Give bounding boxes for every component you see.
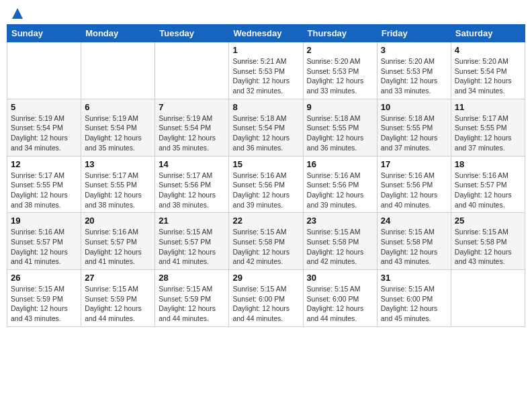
logo — [9, 7, 24, 20]
day-number: 18 — [455, 159, 521, 169]
day-number: 5 — [11, 102, 77, 112]
day-number: 22 — [232, 216, 299, 226]
day-info: Sunrise: 5:19 AMSunset: 5:54 PMDaylight:… — [85, 113, 151, 153]
day-info: Sunrise: 5:15 AMSunset: 5:59 PMDaylight:… — [85, 284, 151, 324]
day-info: Sunrise: 5:15 AMSunset: 5:58 PMDaylight:… — [307, 227, 373, 267]
day-info: Sunrise: 5:15 AMSunset: 5:58 PMDaylight:… — [381, 227, 447, 267]
day-info: Sunrise: 5:17 AMSunset: 5:55 PMDaylight:… — [11, 171, 77, 210]
calendar-header-thursday: Thursday — [303, 25, 377, 42]
day-number: 19 — [11, 216, 77, 226]
calendar-cell: 19Sunrise: 5:16 AMSunset: 5:57 PMDayligh… — [7, 213, 81, 270]
calendar-cell: 24Sunrise: 5:15 AMSunset: 5:58 PMDayligh… — [377, 213, 451, 270]
calendar-cell: 26Sunrise: 5:15 AMSunset: 5:59 PMDayligh… — [7, 270, 81, 327]
calendar-cell: 9Sunrise: 5:18 AMSunset: 5:55 PMDaylight… — [303, 99, 377, 156]
calendar-cell: 8Sunrise: 5:18 AMSunset: 5:54 PMDaylight… — [229, 99, 303, 156]
day-number: 17 — [381, 159, 447, 169]
calendar-cell: 31Sunrise: 5:15 AMSunset: 6:00 PMDayligh… — [377, 270, 451, 327]
calendar-cell: 11Sunrise: 5:17 AMSunset: 5:55 PMDayligh… — [451, 99, 525, 156]
calendar-cell: 13Sunrise: 5:17 AMSunset: 5:55 PMDayligh… — [81, 156, 155, 213]
day-info: Sunrise: 5:20 AMSunset: 5:53 PMDaylight:… — [307, 56, 373, 96]
calendar-cell: 14Sunrise: 5:17 AMSunset: 5:56 PMDayligh… — [155, 156, 229, 213]
day-number: 12 — [11, 159, 77, 169]
day-number: 28 — [159, 273, 225, 283]
day-info: Sunrise: 5:15 AMSunset: 5:58 PMDaylight:… — [455, 227, 521, 267]
calendar-cell: 30Sunrise: 5:15 AMSunset: 6:00 PMDayligh… — [303, 270, 377, 327]
day-number: 16 — [307, 159, 373, 169]
calendar-cell — [81, 42, 155, 99]
calendar-cell: 6Sunrise: 5:19 AMSunset: 5:54 PMDaylight… — [81, 99, 155, 156]
day-info: Sunrise: 5:19 AMSunset: 5:54 PMDaylight:… — [159, 113, 225, 153]
day-number: 8 — [232, 102, 299, 112]
calendar-cell: 3Sunrise: 5:20 AMSunset: 5:53 PMDaylight… — [377, 42, 451, 99]
calendar-cell: 27Sunrise: 5:15 AMSunset: 5:59 PMDayligh… — [81, 270, 155, 327]
day-info: Sunrise: 5:15 AMSunset: 5:57 PMDaylight:… — [159, 227, 225, 267]
day-info: Sunrise: 5:15 AMSunset: 5:59 PMDaylight:… — [11, 284, 77, 324]
calendar-header-wednesday: Wednesday — [229, 25, 303, 42]
day-number: 27 — [85, 273, 151, 283]
calendar-header-row: SundayMondayTuesdayWednesdayThursdayFrid… — [7, 25, 525, 42]
day-number: 6 — [85, 102, 151, 112]
calendar-cell: 21Sunrise: 5:15 AMSunset: 5:57 PMDayligh… — [155, 213, 229, 270]
day-info: Sunrise: 5:15 AMSunset: 5:59 PMDaylight:… — [159, 284, 225, 324]
day-number: 9 — [307, 102, 373, 112]
calendar-header-tuesday: Tuesday — [155, 25, 229, 42]
day-number: 10 — [381, 102, 447, 112]
day-number: 4 — [455, 45, 521, 55]
calendar-week-row: 19Sunrise: 5:16 AMSunset: 5:57 PMDayligh… — [7, 213, 525, 270]
day-number: 26 — [11, 273, 77, 283]
day-info: Sunrise: 5:19 AMSunset: 5:54 PMDaylight:… — [11, 113, 77, 153]
day-info: Sunrise: 5:20 AMSunset: 5:53 PMDaylight:… — [381, 56, 447, 96]
day-info: Sunrise: 5:16 AMSunset: 5:56 PMDaylight:… — [232, 171, 299, 210]
day-number: 14 — [159, 159, 225, 169]
day-number: 24 — [381, 216, 447, 226]
calendar-cell: 29Sunrise: 5:15 AMSunset: 6:00 PMDayligh… — [229, 270, 303, 327]
day-info: Sunrise: 5:15 AMSunset: 6:00 PMDaylight:… — [381, 284, 447, 324]
calendar-cell: 10Sunrise: 5:18 AMSunset: 5:55 PMDayligh… — [377, 99, 451, 156]
calendar-table: SundayMondayTuesdayWednesdayThursdayFrid… — [7, 24, 525, 327]
calendar-cell: 1Sunrise: 5:21 AMSunset: 5:53 PMDaylight… — [229, 42, 303, 99]
day-info: Sunrise: 5:18 AMSunset: 5:54 PMDaylight:… — [232, 113, 299, 153]
day-number: 7 — [159, 102, 225, 112]
day-number: 13 — [85, 159, 151, 169]
day-number: 2 — [307, 45, 373, 55]
day-info: Sunrise: 5:17 AMSunset: 5:55 PMDaylight:… — [85, 171, 151, 210]
day-number: 20 — [85, 216, 151, 226]
calendar-cell — [155, 42, 229, 99]
calendar-header-friday: Friday — [377, 25, 451, 42]
calendar-cell: 20Sunrise: 5:16 AMSunset: 5:57 PMDayligh… — [81, 213, 155, 270]
calendar-cell: 4Sunrise: 5:20 AMSunset: 5:54 PMDaylight… — [451, 42, 525, 99]
calendar-cell: 18Sunrise: 5:16 AMSunset: 5:57 PMDayligh… — [451, 156, 525, 213]
logo-icon — [11, 7, 24, 20]
calendar-week-row: 5Sunrise: 5:19 AMSunset: 5:54 PMDaylight… — [7, 99, 525, 156]
calendar-cell — [7, 42, 81, 99]
calendar-cell: 15Sunrise: 5:16 AMSunset: 5:56 PMDayligh… — [229, 156, 303, 213]
calendar-header-saturday: Saturday — [451, 25, 525, 42]
day-number: 30 — [307, 273, 373, 283]
calendar-cell: 5Sunrise: 5:19 AMSunset: 5:54 PMDaylight… — [7, 99, 81, 156]
day-info: Sunrise: 5:20 AMSunset: 5:54 PMDaylight:… — [455, 56, 521, 96]
day-info: Sunrise: 5:16 AMSunset: 5:56 PMDaylight:… — [381, 171, 447, 210]
svg-marker-0 — [12, 8, 23, 19]
calendar-cell: 17Sunrise: 5:16 AMSunset: 5:56 PMDayligh… — [377, 156, 451, 213]
day-number: 3 — [381, 45, 447, 55]
day-info: Sunrise: 5:18 AMSunset: 5:55 PMDaylight:… — [381, 113, 447, 153]
page-header — [7, 7, 525, 20]
day-info: Sunrise: 5:18 AMSunset: 5:55 PMDaylight:… — [307, 113, 373, 153]
day-number: 31 — [381, 273, 447, 283]
calendar-cell: 22Sunrise: 5:15 AMSunset: 5:58 PMDayligh… — [229, 213, 303, 270]
calendar-week-row: 1Sunrise: 5:21 AMSunset: 5:53 PMDaylight… — [7, 42, 525, 99]
calendar-cell: 7Sunrise: 5:19 AMSunset: 5:54 PMDaylight… — [155, 99, 229, 156]
day-number: 23 — [307, 216, 373, 226]
day-info: Sunrise: 5:16 AMSunset: 5:57 PMDaylight:… — [455, 171, 521, 210]
day-info: Sunrise: 5:15 AMSunset: 5:58 PMDaylight:… — [232, 227, 299, 267]
day-number: 1 — [232, 45, 299, 55]
day-number: 11 — [455, 102, 521, 112]
calendar-cell — [451, 270, 525, 327]
day-info: Sunrise: 5:17 AMSunset: 5:56 PMDaylight:… — [159, 171, 225, 210]
calendar-cell: 12Sunrise: 5:17 AMSunset: 5:55 PMDayligh… — [7, 156, 81, 213]
day-number: 29 — [232, 273, 299, 283]
calendar-header-monday: Monday — [81, 25, 155, 42]
day-number: 25 — [455, 216, 521, 226]
day-info: Sunrise: 5:16 AMSunset: 5:57 PMDaylight:… — [85, 227, 151, 267]
day-number: 15 — [232, 159, 299, 169]
